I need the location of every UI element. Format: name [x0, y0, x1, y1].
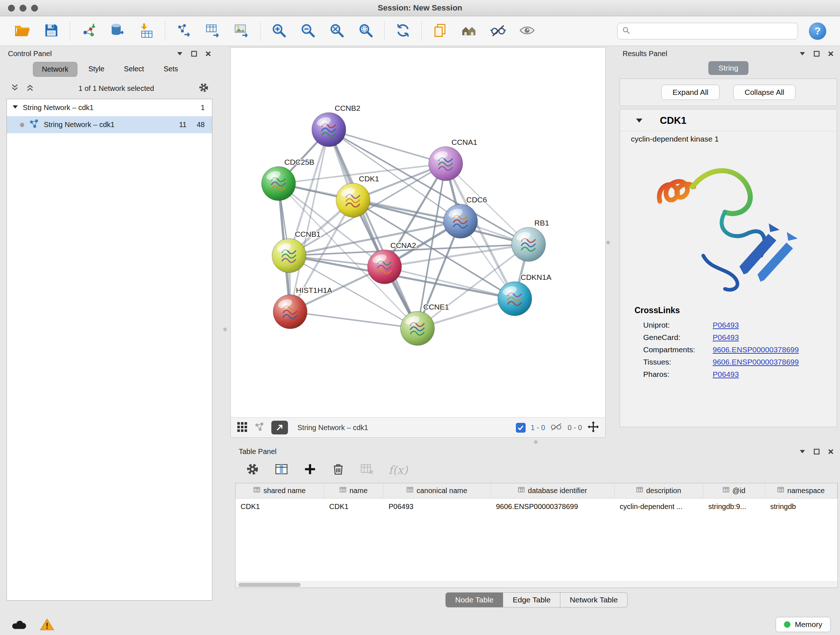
network-node-hist1h1a[interactable]: [273, 295, 307, 329]
import-table-from-file-button[interactable]: [133, 19, 160, 43]
tab-network[interactable]: Network: [33, 62, 77, 77]
hidden-glasses-icon[interactable]: [550, 422, 562, 433]
network-node-ccna2[interactable]: [368, 250, 401, 284]
crosslink-uniprot-link[interactable]: P06493: [713, 321, 739, 329]
panel-close-icon[interactable]: [827, 50, 834, 57]
selected-checkbox[interactable]: [516, 423, 526, 432]
crosslink-tissues-link[interactable]: 9606.ENSP00000378699: [713, 358, 799, 366]
search-box[interactable]: [617, 23, 798, 40]
tab-style[interactable]: Style: [80, 62, 113, 77]
network-node-cdk1[interactable]: [336, 183, 370, 217]
column-header-description[interactable]: description: [615, 483, 703, 498]
save-session-button[interactable]: [38, 19, 65, 43]
hide-glasses-button[interactable]: [485, 19, 512, 43]
network-edge[interactable]: [290, 130, 329, 312]
export-table-button[interactable]: [199, 19, 226, 43]
collapse-all-icon[interactable]: [10, 83, 19, 94]
crosslink-pharos-link[interactable]: P06493: [713, 370, 739, 379]
network-edge[interactable]: [329, 130, 446, 164]
show-eye-button[interactable]: [513, 19, 541, 43]
panel-close-icon[interactable]: [827, 448, 834, 455]
table-settings-gear-icon[interactable]: [245, 462, 260, 478]
tab-network-table[interactable]: Network Table: [561, 592, 628, 608]
search-input[interactable]: [634, 27, 793, 35]
export-image-button[interactable]: [228, 19, 256, 43]
network-node-cdc6[interactable]: [444, 204, 477, 238]
close-window-button[interactable]: [8, 5, 15, 11]
panel-close-icon[interactable]: [205, 50, 212, 57]
collapse-all-button[interactable]: Collapse All: [733, 85, 796, 100]
column-header-shared-name[interactable]: shared name: [235, 483, 324, 498]
network-node-ccne1[interactable]: [401, 311, 434, 345]
column-header-database-identifier[interactable]: database identifier: [491, 483, 615, 498]
panel-menu-caret-icon[interactable]: [799, 448, 806, 455]
network-node-cdkn1a[interactable]: [498, 282, 532, 316]
help-button[interactable]: ?: [809, 22, 826, 40]
zoom-window-button[interactable]: [31, 5, 38, 11]
network-edge[interactable]: [290, 312, 417, 328]
network-node-ccnb2[interactable]: [312, 112, 346, 147]
table-horizontal-scrollbar[interactable]: [235, 581, 837, 587]
tab-select[interactable]: Select: [115, 62, 153, 77]
clone-network-button[interactable]: [426, 19, 454, 43]
crosslink-genecard-link[interactable]: P06493: [713, 333, 739, 342]
add-row-plus-icon[interactable]: [303, 462, 317, 478]
tab-string[interactable]: String: [708, 61, 748, 75]
column-header-name[interactable]: name: [324, 483, 384, 498]
network-node-ccna1[interactable]: [429, 147, 463, 181]
panel-menu-caret-icon[interactable]: [799, 50, 806, 57]
right-splitter-handle[interactable]: [606, 241, 610, 244]
scrollbar-thumb[interactable]: [238, 583, 301, 587]
panel-menu-caret-icon[interactable]: [176, 50, 183, 57]
open-in-browser-button[interactable]: [271, 421, 288, 434]
tab-edge-table[interactable]: Edge Table: [503, 592, 561, 608]
left-splitter-handle[interactable]: [223, 328, 227, 331]
warning-icon[interactable]: [38, 616, 57, 632]
table-row[interactable]: CDK1CDK1P064939606.ENSP00000378699cyclin…: [235, 499, 837, 515]
cloud-icon[interactable]: [9, 616, 28, 632]
refresh-button[interactable]: [389, 19, 417, 43]
home-button[interactable]: [455, 19, 483, 43]
protein-header[interactable]: CDK1: [620, 109, 837, 131]
crosslink-compartments-link[interactable]: 9606.ENSP00000378699: [713, 345, 799, 354]
collapse-caret-icon[interactable]: [635, 116, 643, 126]
import-network-from-database-button[interactable]: [104, 19, 131, 43]
network-collection-row[interactable]: String Network – cdk1 1: [7, 99, 212, 116]
add-column-icon[interactable]: [274, 462, 289, 478]
column-header-canonical-name[interactable]: canonical name: [384, 483, 491, 498]
network-canvas[interactable]: CCNB2CCNA1CDC25BCDK1CDC6RB1CCNB1CCNA2CDK…: [231, 48, 605, 417]
delete-trash-icon[interactable]: [332, 462, 345, 478]
zoom-selected-button[interactable]: [352, 19, 379, 43]
minimize-window-button[interactable]: [19, 5, 27, 11]
panel-float-icon[interactable]: [813, 448, 820, 455]
grid-view-icon[interactable]: [237, 421, 248, 434]
expand-all-button[interactable]: Expand All: [661, 85, 720, 100]
network-graph[interactable]: CCNB2CCNA1CDC25BCDK1CDC6RB1CCNB1CCNA2CDK…: [231, 48, 605, 417]
panel-float-icon[interactable]: [191, 50, 197, 57]
zoom-fit-button[interactable]: [323, 19, 351, 43]
import-network-from-file-button[interactable]: [75, 19, 103, 43]
zoom-out-button[interactable]: [294, 19, 322, 43]
tree-caret-icon[interactable]: [12, 103, 19, 112]
pan-crosshair-icon[interactable]: [587, 421, 600, 435]
tab-sets[interactable]: Sets: [155, 62, 187, 77]
panel-float-icon[interactable]: [813, 50, 820, 57]
export-network-button[interactable]: [170, 19, 197, 43]
network-node-cdc25b[interactable]: [262, 166, 295, 201]
network-node-rb1[interactable]: [512, 227, 546, 261]
network-node-ccnb1[interactable]: [272, 239, 306, 272]
network-edge[interactable]: [329, 130, 417, 328]
zoom-in-button[interactable]: [265, 19, 293, 43]
memory-button[interactable]: Memory: [775, 617, 831, 632]
column-header-id[interactable]: @id: [703, 483, 765, 498]
column-label: shared name: [264, 486, 306, 495]
tab-node-table[interactable]: Node Table: [445, 592, 503, 608]
column-header-namespace[interactable]: namespace: [765, 483, 837, 498]
expand-all-icon[interactable]: [25, 83, 35, 94]
gear-icon[interactable]: [198, 82, 210, 95]
share-network-icon[interactable]: [254, 421, 265, 434]
network-row[interactable]: String Network – cdk1 11 48: [7, 116, 212, 133]
toolbar-separator: [384, 21, 385, 41]
open-session-button[interactable]: [9, 19, 36, 43]
bottom-splitter-handle[interactable]: [534, 440, 538, 444]
